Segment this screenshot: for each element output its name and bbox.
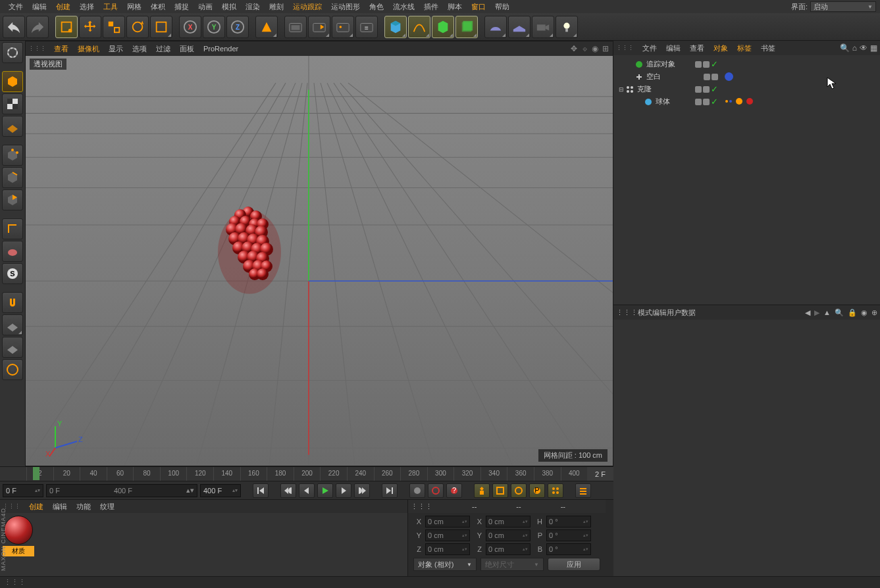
menu-window[interactable]: 窗口 [467, 1, 490, 13]
render-settings-button[interactable]: ≡ [355, 16, 378, 38]
apply-button[interactable]: 应用 [548, 558, 600, 571]
am-new-icon[interactable]: ⊕ [871, 308, 877, 317]
z-axis-lock[interactable]: Z [226, 16, 249, 38]
menu-render[interactable]: 渲染 [241, 1, 265, 13]
vp-options[interactable]: 选项 [128, 43, 151, 55]
coord-mode-select[interactable]: 对象 (相对)▼ [413, 558, 477, 571]
vp-nav-toggle-icon[interactable]: ⊞ [601, 44, 610, 53]
menu-file[interactable]: 文件 [4, 1, 28, 13]
recent-tool[interactable] [150, 16, 172, 38]
frame-end-field[interactable]: 400 F▴▾ [200, 484, 241, 497]
size-x-field[interactable]: 0 cm▴▾ [486, 516, 531, 527]
grip-icon[interactable]: ⋮⋮⋮ [616, 308, 638, 317]
render-view-button[interactable] [284, 16, 307, 38]
am-userdata[interactable]: 用户数据 [667, 308, 696, 318]
om-objects[interactable]: 对象 [709, 43, 733, 54]
om-home-icon[interactable]: ⌂ [852, 43, 857, 53]
make-editable-button[interactable] [2, 42, 23, 63]
size-y-field[interactable]: 0 cm▴▾ [486, 529, 531, 541]
menu-script[interactable]: 脚本 [443, 1, 467, 13]
am-fwd-icon[interactable]: ▶ [814, 308, 819, 317]
timeline-range-slider[interactable]: 0 F400 F▴▾ [46, 484, 197, 497]
add-cube-button[interactable] [384, 16, 407, 38]
model-mode-button[interactable] [2, 71, 23, 92]
locked-workplane-button[interactable] [2, 337, 23, 358]
live-select-tool[interactable] [55, 16, 78, 38]
om-view[interactable]: 查看 [685, 43, 709, 54]
dynamics-tag-icon[interactable] [725, 97, 733, 106]
add-floor-button[interactable] [508, 16, 531, 38]
rot-b-field[interactable]: 0 °▴▾ [546, 543, 591, 555]
menu-edit[interactable]: 编辑 [28, 1, 51, 13]
frame-start-field[interactable]: 0 F▴▾ [3, 484, 43, 497]
mograph-tag-icon[interactable] [735, 97, 744, 106]
am-up-icon[interactable]: ▲ [823, 308, 831, 317]
tree-row-null[interactable]: 空白 [613, 70, 880, 83]
render-region-button[interactable] [308, 16, 330, 38]
render-picture-viewer-button[interactable] [332, 16, 354, 38]
edges-mode-button[interactable] [2, 167, 23, 188]
om-tags[interactable]: 标签 [733, 43, 756, 54]
perspective-viewport[interactable]: 透视视图 网格间距 : 100 cm Y Z X [26, 56, 613, 466]
add-camera-button[interactable] [532, 16, 554, 38]
material-tag-icon[interactable] [746, 97, 754, 106]
scale-tool[interactable] [103, 16, 125, 38]
vp-nav-move-icon[interactable]: ✥ [569, 44, 579, 53]
keyframe-selection-button[interactable]: ? [446, 483, 462, 498]
menu-help[interactable]: 帮助 [490, 1, 514, 13]
menu-mesh[interactable]: 网格 [122, 1, 146, 13]
workplane-button[interactable] [2, 314, 23, 335]
menu-select[interactable]: 选择 [75, 1, 99, 13]
om-edit[interactable]: 编辑 [661, 43, 685, 54]
grip-icon[interactable]: ⋮⋮⋮ [28, 45, 46, 52]
vp-view[interactable]: 查看 [50, 43, 72, 55]
undo-button[interactable] [3, 16, 25, 38]
coord-system-button[interactable] [255, 16, 278, 38]
mat-texture[interactable]: 纹理 [95, 501, 119, 512]
points-mode-button[interactable] [2, 145, 23, 166]
om-bookmarks[interactable]: 书签 [756, 43, 780, 54]
mat-create[interactable]: 创建 [24, 501, 48, 512]
timeline-playhead[interactable] [33, 467, 39, 480]
am-mode-icon[interactable]: ◉ [861, 308, 867, 317]
record-button[interactable] [409, 483, 425, 498]
tree-row-tracker[interactable]: 追踪对象 ✓ [613, 58, 880, 70]
menu-tools[interactable]: 工具 [99, 1, 122, 13]
am-back-icon[interactable]: ◀ [805, 308, 810, 317]
key-pla-button[interactable] [548, 483, 563, 498]
menu-plugins[interactable]: 插件 [419, 1, 443, 13]
am-search-icon[interactable]: 🔍 [835, 308, 844, 317]
size-mode-select[interactable]: 绝对尺寸▼ [480, 558, 544, 571]
pos-y-field[interactable]: 0 cm▴▾ [425, 529, 470, 541]
pos-x-field[interactable]: 0 cm▴▾ [425, 516, 470, 527]
vp-cameras[interactable]: 摄像机 [74, 43, 103, 55]
menu-character[interactable]: 角色 [365, 1, 388, 13]
interface-select[interactable]: 启动▼ [810, 1, 876, 12]
timeline-ruler[interactable]: 2204060801001201401601802002202402602803… [0, 466, 613, 481]
vp-nav-rotate-icon[interactable]: ◉ [590, 44, 600, 53]
key-scale-button[interactable] [492, 483, 508, 498]
add-light-button[interactable] [556, 16, 578, 38]
tweak-button[interactable] [2, 241, 23, 262]
om-file[interactable]: 文件 [638, 43, 661, 54]
am-mode[interactable]: 模式 [638, 308, 652, 318]
add-deformer-button[interactable] [455, 16, 478, 38]
size-z-field[interactable]: 0 cm▴▾ [486, 543, 531, 555]
menu-pipeline[interactable]: 流水线 [388, 1, 419, 13]
viewport-solo-button[interactable]: S [2, 263, 23, 284]
y-axis-lock[interactable]: Y [203, 16, 225, 38]
tree-row-sphere[interactable]: 球体 ✓ [613, 95, 880, 108]
object-tree[interactable]: 追踪对象 ✓ 空白 ⊟ 克隆 ✓ 球体 ✓ [613, 55, 880, 305]
goto-next-key-button[interactable] [354, 483, 370, 498]
rot-p-field[interactable]: 0 °▴▾ [546, 529, 591, 541]
polygons-mode-button[interactable] [2, 189, 23, 210]
vp-display[interactable]: 显示 [105, 43, 127, 55]
key-position-button[interactable] [474, 483, 490, 498]
key-param-button[interactable]: P [529, 483, 545, 498]
rot-h-field[interactable]: 0 °▴▾ [546, 516, 591, 527]
menu-animation[interactable]: 动画 [194, 1, 217, 13]
add-spline-button[interactable] [408, 16, 430, 38]
workplane-mode-button[interactable] [2, 116, 23, 137]
prev-frame-button[interactable] [299, 483, 315, 498]
pos-z-field[interactable]: 0 cm▴▾ [425, 543, 470, 555]
